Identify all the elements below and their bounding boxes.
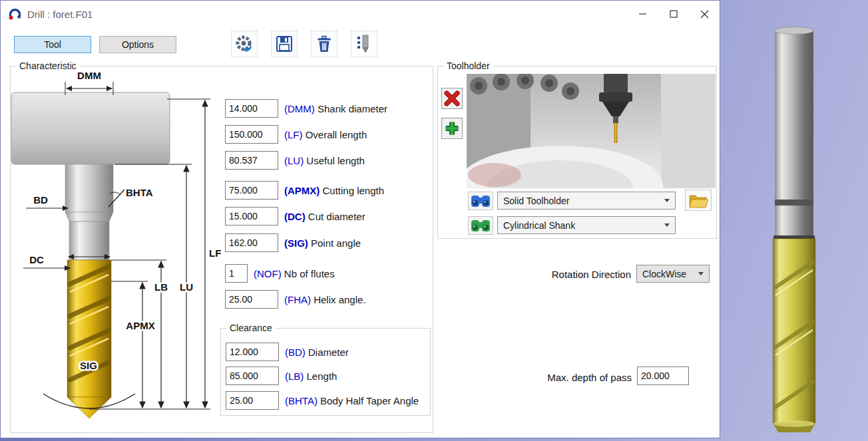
shank-diameter-input[interactable] <box>225 99 278 118</box>
search-toolholder-button[interactable] <box>468 192 493 210</box>
tool-3d-render <box>720 0 868 441</box>
useful-length-input[interactable] <box>225 151 278 170</box>
field-code: (DC) <box>284 211 306 222</box>
field-label: (BHTA) Body Half Taper Angle <box>285 395 419 406</box>
field-overall-length: (LF) Overall length <box>225 125 367 144</box>
tool-components-button[interactable] <box>351 31 377 57</box>
clearance-diameter-input[interactable] <box>226 343 279 361</box>
dim-label-sig: SIG <box>80 360 97 371</box>
titlebar: Drill : foret.F01 <box>1 1 720 27</box>
tool-3d-preview-panel <box>720 0 868 441</box>
field-code: (NOF) <box>254 268 282 279</box>
tool-components-icon <box>355 34 373 54</box>
close-icon[interactable] <box>689 1 720 27</box>
field-label: (BD) Diameter <box>285 347 349 358</box>
rotation-direction-value: ClockWise <box>642 269 694 279</box>
field-point-angle: (SIG) Point angle <box>225 233 361 252</box>
field-code: (FHA) <box>284 294 311 305</box>
field-cutting-length: (APMX) Cutting length <box>225 181 384 200</box>
search-shank-button[interactable] <box>468 216 493 235</box>
toolbar <box>231 31 377 57</box>
field-code: (LB) <box>285 370 304 382</box>
field-label: (LU) Useful length <box>284 155 365 166</box>
overall-length-input[interactable] <box>225 125 278 144</box>
chevron-down-icon <box>664 223 670 227</box>
helix-angle-input[interactable] <box>225 290 278 309</box>
green-plus-icon <box>444 120 460 136</box>
save-button[interactable] <box>271 31 298 57</box>
save-icon <box>276 35 293 53</box>
field-code: (BHTA) <box>285 395 318 406</box>
field-code: (DMM) <box>284 103 315 114</box>
open-folder-icon <box>688 192 708 209</box>
field-code: (APMX) <box>284 185 320 196</box>
dim-label-apmx: APMX <box>126 320 154 331</box>
max-depth-label: Max. depth of pass <box>527 372 632 383</box>
field-code: (LU) <box>284 155 304 166</box>
shank-type-value: Cylindrical Shank <box>503 220 660 231</box>
dim-label-lu: LU <box>180 281 193 293</box>
field-helix-angle: (FHA) Helix angle. <box>225 290 366 309</box>
remove-toolholder-button[interactable] <box>441 88 463 109</box>
machining-parameters-button[interactable] <box>231 31 258 57</box>
dim-label-lb: LB <box>154 281 168 293</box>
window-controls <box>628 1 720 27</box>
toolholder-type-select[interactable]: Solid Toolholder <box>497 192 676 210</box>
binoculars-blue-icon <box>471 193 491 209</box>
max-depth-input[interactable] <box>637 367 689 385</box>
field-label: (APMX) Cutting length <box>284 185 384 196</box>
field-cut-diameter: (DC) Cut diameter <box>225 207 365 225</box>
field-code: (SIG) <box>284 237 308 249</box>
field-label: (DMM) Shank diameter <box>284 103 387 114</box>
field-label: (NOF) Nb of flutes <box>254 268 335 279</box>
field-label: (FHA) Helix angle. <box>284 294 366 305</box>
nb-of-flutes-input[interactable] <box>225 264 248 283</box>
delete-button[interactable] <box>311 31 337 57</box>
body-half-taper-angle-input[interactable] <box>226 391 279 410</box>
field-label: (LF) Overall length <box>284 129 367 140</box>
field-clearance-diameter: (BD) Diameter <box>226 343 349 361</box>
dim-label-bd: BD <box>33 194 48 206</box>
field-body-half-taper-angle: (BHTA) Body Half Taper Angle <box>226 391 419 410</box>
field-code: (BD) <box>285 347 306 358</box>
window-title: Drill : foret.F01 <box>27 9 93 20</box>
rotation-direction-label: Rotation Direction <box>527 269 631 280</box>
dim-label-dc: DC <box>29 254 44 265</box>
dim-label-dmm: DMM <box>77 70 101 81</box>
tab-tool[interactable]: Tool <box>14 36 91 53</box>
drill-dialog: Drill : foret.F01 Tool Options <box>0 0 720 438</box>
toolholder-group-title: Toolholder <box>443 61 493 71</box>
shank-type-select[interactable]: Cylindrical Shank <box>497 216 676 234</box>
rotation-direction-select[interactable]: ClockWise <box>636 265 710 283</box>
trash-icon <box>316 35 333 53</box>
dim-label-bhta: BHTA <box>126 187 153 198</box>
tab-options[interactable]: Options <box>99 36 176 53</box>
clearance-group-title: Clearance <box>226 323 276 333</box>
chevron-down-icon <box>664 199 670 202</box>
add-toolholder-button[interactable] <box>441 118 463 139</box>
point-angle-input[interactable] <box>225 233 278 252</box>
minimize-icon[interactable] <box>628 1 658 27</box>
clearance-length-input[interactable] <box>226 367 279 385</box>
drill-diagram: DMM BD BHTA DC SIG LF LU LB APMX <box>10 70 230 432</box>
open-toolholder-button[interactable] <box>685 190 712 211</box>
field-shank-diameter: (DMM) Shank diameter <box>225 99 387 118</box>
field-useful-length: (LU) Useful length <box>225 151 365 170</box>
tab-row: Tool Options <box>14 36 176 53</box>
field-label: (SIG) Point angle <box>284 237 361 249</box>
field-clearance-length: (LB) Length <box>226 367 337 385</box>
maximize-icon[interactable] <box>658 1 689 27</box>
red-x-icon <box>444 90 460 106</box>
chevron-down-icon <box>698 272 704 275</box>
field-label: (LB) Length <box>285 370 337 382</box>
machine-photo <box>467 74 716 188</box>
dim-label-lf: LF <box>209 247 221 259</box>
cut-diameter-input[interactable] <box>225 207 278 225</box>
field-label: (DC) Cut diameter <box>284 211 365 222</box>
cutting-length-input[interactable] <box>225 181 278 200</box>
toolholder-type-value: Solid Toolholder <box>503 196 660 206</box>
binoculars-green-icon <box>471 218 491 233</box>
field-code: (LF) <box>284 129 303 140</box>
field-nb-of-flutes: (NOF) Nb of flutes <box>225 264 335 283</box>
app-icon <box>7 7 22 21</box>
